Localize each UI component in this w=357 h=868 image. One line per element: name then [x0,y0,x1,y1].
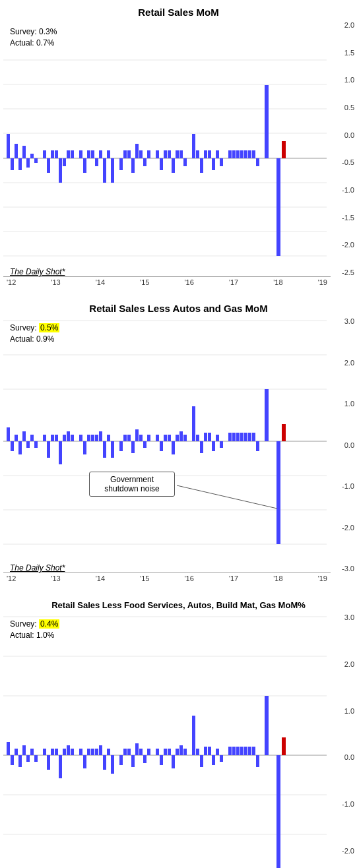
chart1-survey: Survey: 0.3% [10,26,57,38]
svg-rect-170 [123,749,127,755]
svg-rect-43 [160,158,163,170]
svg-rect-183 [179,745,183,755]
svg-rect-78 [15,435,18,441]
svg-rect-51 [196,150,199,158]
svg-rect-9 [7,134,10,158]
svg-rect-185 [192,716,195,755]
svg-rect-95 [91,435,94,441]
chart3-inner: Survey: 0.4% Actual: 1.0% [3,613,331,868]
chart2-survey: Survey: 0.5% [10,323,59,334]
svg-rect-83 [34,441,38,448]
svg-rect-22 [63,158,66,166]
svg-rect-147 [18,755,22,767]
svg-rect-108 [147,435,150,441]
svg-rect-117 [192,406,195,441]
svg-rect-157 [63,749,66,755]
svg-rect-98 [103,441,106,458]
svg-rect-80 [22,431,26,441]
svg-rect-28 [91,150,94,158]
svg-rect-14 [26,158,30,168]
chart1-y-axis: 2.0 1.5 1.0 0.5 0.0 -0.5 -1.0 -1.5 -2.0 … [331,21,357,276]
svg-rect-171 [127,749,131,755]
svg-rect-45 [168,150,171,158]
svg-rect-159 [71,749,74,755]
svg-rect-16 [34,158,38,163]
svg-rect-125 [228,433,232,441]
svg-rect-178 [160,755,163,765]
svg-rect-56 [216,150,219,158]
svg-rect-59 [232,150,236,158]
svg-rect-200 [256,755,259,767]
svg-rect-130 [248,433,251,441]
svg-rect-40 [143,158,146,166]
svg-rect-126 [232,433,236,441]
svg-rect-85 [47,441,50,458]
svg-rect-173 [135,743,139,755]
svg-rect-198 [248,747,251,755]
chart3-actual: Actual: 1.0% [10,630,59,641]
svg-rect-89 [63,435,66,441]
svg-rect-60 [236,150,240,158]
svg-rect-37 [131,158,135,173]
svg-rect-120 [204,433,207,441]
svg-rect-150 [30,749,34,755]
svg-rect-76 [7,427,10,441]
svg-rect-92 [79,435,82,441]
svg-rect-152 [43,749,46,755]
svg-rect-133 [265,389,269,441]
svg-rect-96 [95,435,98,441]
svg-rect-97 [99,431,102,441]
svg-rect-62 [244,150,247,158]
chart2-survey-value: 0.5% [39,323,59,332]
svg-rect-115 [179,431,183,441]
svg-rect-187 [200,755,203,767]
svg-rect-18 [47,158,50,173]
svg-rect-15 [30,154,34,158]
chart3-svg [3,613,327,868]
chart2-inner: Survey: 0.5% Actual: 0.9% [3,317,331,573]
svg-rect-169 [119,755,123,765]
svg-rect-131 [252,433,255,441]
svg-rect-129 [244,433,247,441]
svg-rect-188 [204,747,207,755]
svg-rect-91 [71,435,74,441]
svg-rect-35 [123,150,127,158]
svg-rect-195 [236,747,240,755]
svg-rect-148 [22,745,26,755]
chart1-inner: Survey: 0.3% Actual: 0.7% [3,21,331,276]
svg-rect-17 [43,150,46,158]
svg-rect-50 [192,134,195,158]
svg-rect-167 [107,749,110,755]
svg-rect-53 [204,150,207,158]
chart2-area: Survey: 0.5% Actual: 0.9% [0,317,357,573]
svg-rect-57 [220,158,223,166]
svg-rect-174 [139,749,143,755]
svg-rect-176 [147,749,150,755]
svg-rect-55 [212,158,215,170]
svg-rect-47 [176,150,179,158]
svg-rect-112 [168,435,171,441]
svg-rect-151 [34,755,38,762]
svg-rect-149 [26,755,30,762]
chart3-section: Retail Sales Less Food Services, Autos, … [0,594,357,868]
svg-rect-118 [196,435,199,441]
svg-rect-54 [208,150,211,158]
svg-rect-199 [252,747,255,755]
svg-rect-193 [228,747,232,755]
svg-rect-135 [282,424,286,441]
svg-rect-179 [164,749,167,755]
svg-rect-144 [7,742,10,755]
svg-rect-155 [55,749,58,755]
chart3-area: Survey: 0.4% Actual: 1.0% [0,613,357,868]
svg-rect-33 [111,158,114,183]
svg-rect-61 [240,150,243,158]
svg-rect-26 [83,158,86,173]
svg-rect-186 [196,749,199,755]
svg-rect-67 [276,158,280,256]
svg-rect-93 [83,441,86,454]
svg-rect-113 [172,441,175,454]
svg-rect-82 [30,435,34,441]
svg-rect-90 [67,431,70,441]
svg-rect-58 [228,150,232,158]
svg-rect-122 [212,441,215,451]
